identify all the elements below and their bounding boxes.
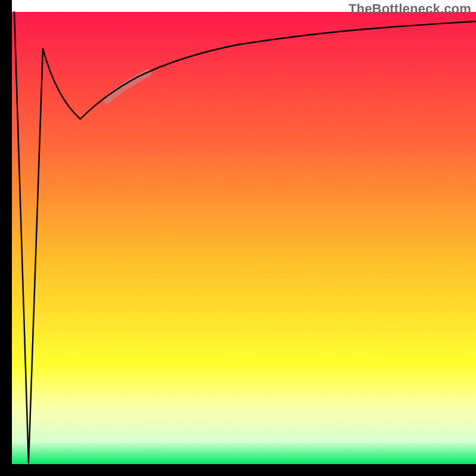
watermark-text: TheBottleneck.com bbox=[349, 1, 471, 17]
y-axis bbox=[0, 0, 12, 476]
x-axis bbox=[0, 464, 476, 476]
chart-container: TheBottleneck.com bbox=[0, 0, 476, 476]
bottleneck-chart bbox=[0, 0, 476, 476]
plot-background bbox=[12, 12, 476, 464]
